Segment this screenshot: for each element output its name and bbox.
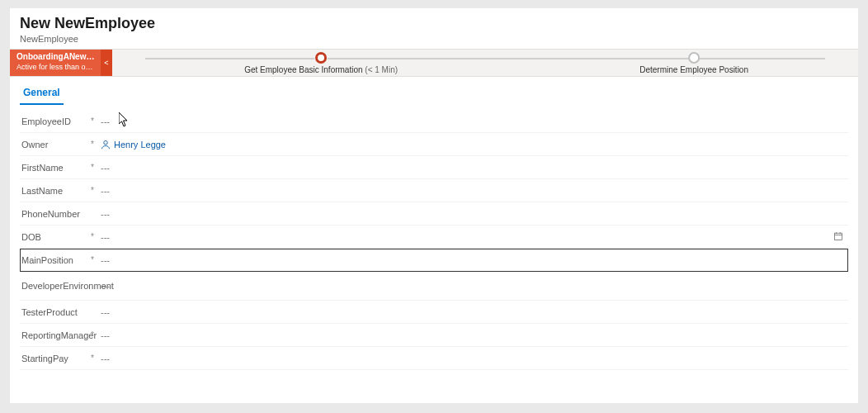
- field-phonenumber[interactable]: PhoneNumber ---: [20, 202, 848, 225]
- svg-rect-1: [835, 233, 842, 240]
- bpf-flag-title: OnboardingANewEmplo...: [17, 51, 96, 62]
- field-value[interactable]: ---: [97, 186, 828, 196]
- svg-point-0: [104, 140, 108, 145]
- required-mark: *: [87, 140, 97, 149]
- tab-general[interactable]: General: [20, 82, 64, 105]
- field-label: StartingPay: [20, 354, 87, 363]
- required-mark: *: [87, 255, 97, 264]
- field-value[interactable]: ---: [97, 163, 828, 173]
- field-firstname[interactable]: FirstName * ---: [20, 156, 848, 179]
- bpf-stage-label: Get Employee Basic Information: [244, 65, 362, 74]
- field-label: LastName: [20, 186, 87, 196]
- field-label: TesterProduct: [20, 307, 87, 317]
- form-area: EmployeeID * --- Owner * Henry Legge: [10, 105, 858, 403]
- field-label: PhoneNumber: [20, 209, 87, 219]
- required-mark: *: [87, 330, 97, 339]
- field-label: EmployeeID: [20, 116, 87, 126]
- required-mark: *: [87, 186, 97, 195]
- page-title: New NewEmployee: [20, 15, 848, 32]
- field-developerenvironment[interactable]: DeveloperEnvironment ---: [20, 272, 848, 301]
- bpf-flag-subtitle: Active for less than one mi...: [17, 62, 96, 73]
- field-value[interactable]: ---: [97, 281, 828, 291]
- bpf-stage-basic-info[interactable]: Get Employee Basic Information (< 1 Min): [244, 50, 398, 74]
- field-reportingmanager[interactable]: ReportingManager * ---: [20, 324, 848, 347]
- field-mainposition[interactable]: MainPosition * ---: [20, 249, 848, 272]
- field-employeeid[interactable]: EmployeeID * ---: [20, 110, 848, 133]
- field-value[interactable]: ---: [97, 255, 828, 265]
- bpf-node-icon: [315, 52, 327, 64]
- bpf-flag[interactable]: OnboardingANewEmplo... Active for less t…: [10, 50, 112, 76]
- field-label: MainPosition: [20, 255, 87, 265]
- field-lastname[interactable]: LastName * ---: [20, 179, 848, 202]
- field-label: ReportingManager: [20, 330, 87, 340]
- bpf-stage-position[interactable]: Determine Employee Position: [639, 50, 748, 74]
- required-mark: *: [87, 163, 97, 172]
- calendar-icon: [833, 231, 843, 241]
- person-icon: [101, 140, 111, 150]
- bpf-stage-time: (< 1 Min): [365, 65, 398, 74]
- chevron-left-icon: <: [104, 59, 108, 67]
- calendar-button[interactable]: [828, 231, 848, 243]
- field-value[interactable]: ---: [97, 209, 828, 219]
- field-value[interactable]: ---: [97, 330, 828, 340]
- bpf-stage-label: Determine Employee Position: [639, 65, 748, 74]
- bpf-node-icon: [688, 52, 700, 64]
- field-value[interactable]: ---: [97, 232, 828, 242]
- field-label: Owner: [20, 140, 87, 150]
- field-testerproduct[interactable]: TesterProduct ---: [20, 301, 848, 324]
- field-owner[interactable]: Owner * Henry Legge: [20, 133, 848, 156]
- field-startingpay[interactable]: StartingPay * ---: [20, 347, 848, 370]
- field-value[interactable]: ---: [97, 354, 828, 363]
- owner-lookup-link[interactable]: Henry Legge: [114, 140, 166, 150]
- required-mark: *: [87, 354, 97, 363]
- bpf-bar: OnboardingANewEmplo... Active for less t…: [10, 49, 858, 77]
- bpf-collapse-button[interactable]: <: [101, 50, 112, 76]
- bpf-stages: Get Employee Basic Information (< 1 Min)…: [112, 50, 858, 76]
- field-dob[interactable]: DOB * ---: [20, 225, 848, 249]
- field-label: DOB: [20, 232, 87, 242]
- field-value[interactable]: Henry Legge: [97, 140, 828, 150]
- required-mark: *: [87, 232, 97, 241]
- field-label: DeveloperEnvironment: [20, 281, 87, 291]
- required-mark: *: [87, 116, 97, 126]
- tab-strip: General: [10, 77, 858, 105]
- field-value[interactable]: ---: [97, 116, 828, 126]
- bpf-flag-body: OnboardingANewEmplo... Active for less t…: [10, 50, 101, 76]
- field-label: FirstName: [20, 163, 87, 173]
- entity-subtitle: NewEmployee: [20, 34, 848, 44]
- field-value[interactable]: ---: [97, 307, 828, 317]
